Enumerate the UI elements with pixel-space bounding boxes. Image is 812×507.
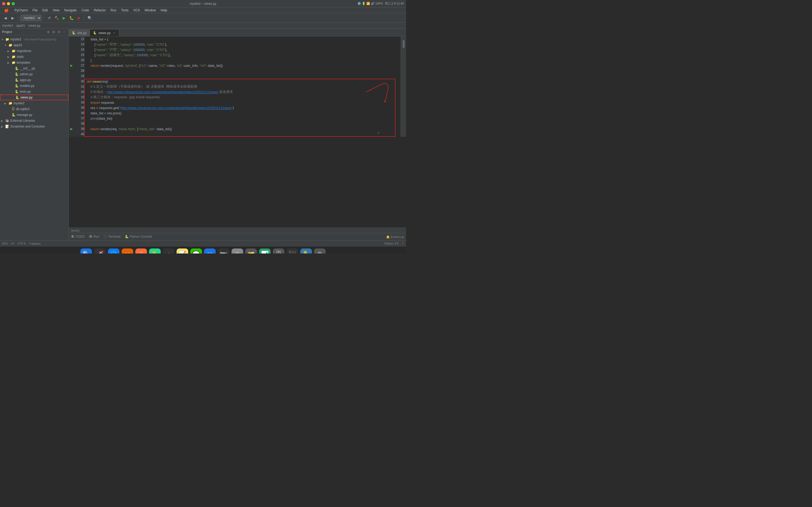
code-editor[interactable]: ▶ ▶ [69, 37, 406, 228]
tree-item-mysite2-sub[interactable]: ▶ 📁 mysite2 [0, 100, 68, 106]
dock-mail[interactable]: ✉ [204, 248, 216, 254]
ln-28: 28 [74, 68, 84, 73]
stop-button[interactable]: ■ [75, 15, 82, 21]
tree-item-models[interactable]: ▶ 🐍 models.py [0, 83, 68, 89]
tree-item-manage[interactable]: ▶ 🐍 manage.py [0, 112, 68, 118]
sidebar-action-close[interactable]: − [62, 30, 66, 34]
dock-photos[interactable]: 📷 [218, 248, 230, 254]
folder-icon: 📁 [8, 43, 12, 47]
dock-trash[interactable]: 🗑 [314, 248, 326, 254]
tab-urls[interactable]: 🐍 urls.py [69, 29, 90, 36]
breadcrumb-views[interactable]: views.py [28, 24, 41, 27]
sidebar-header: Project ⊕ ⊞ ⚙ − [0, 29, 68, 36]
debug-button[interactable]: 🐛 [68, 15, 74, 21]
menu-file[interactable]: File [31, 8, 40, 13]
scratches-icon: 📝 [5, 125, 9, 128]
tree-item-static[interactable]: ▶ 📁 static [0, 54, 68, 60]
tab-close-icon[interactable]: × [112, 31, 116, 35]
maximize-button[interactable] [12, 2, 15, 5]
tab-terminal[interactable]: ⬛ Terminal [104, 233, 120, 240]
apple-menu[interactable]: 🍎 [2, 8, 11, 13]
tab-views[interactable]: 🐍 views.py × [90, 29, 119, 36]
forward-button[interactable]: ▶ [9, 15, 16, 21]
dock-python[interactable]: 🐍 [300, 248, 312, 254]
tab-python-console[interactable]: 🐍 Python Console [125, 233, 152, 240]
menu-refactor[interactable]: Refactor [92, 8, 108, 13]
status-python[interactable]: Python 3.9 [384, 242, 398, 245]
tree-item-views[interactable]: ▶ 🐍 views.py [0, 95, 68, 100]
menu-code[interactable]: Code [79, 8, 91, 13]
tree-item-init[interactable]: ▶ 🐍 __init__.py [0, 65, 68, 71]
dock-files[interactable]: 📁 [245, 248, 257, 254]
event-log-label[interactable]: Event Log [391, 235, 404, 238]
menu-vcs[interactable]: VCS [131, 8, 142, 13]
sidebar-action-layout[interactable]: ⊞ [52, 30, 56, 34]
ln-37: 37 [74, 116, 84, 121]
tree-item-app01[interactable]: ▼ 📁 app01 [0, 42, 68, 48]
sidebar-action-gear[interactable]: ⚙ [57, 30, 61, 34]
search-button[interactable]: 🔍 [87, 15, 93, 21]
tree-item-apps[interactable]: ▶ 🐍 apps.py [0, 77, 68, 83]
arrow-icon: ▶ [7, 50, 11, 53]
dock-settings[interactable]: ⚙ [232, 248, 243, 254]
dock-wechat[interactable]: 💬 [190, 248, 202, 254]
sidebar-title: Project [2, 30, 12, 34]
dock-firefox[interactable]: 🦊 [121, 248, 133, 254]
py-file-icon: 🐍 [12, 113, 15, 117]
menu-view[interactable]: View [50, 8, 62, 13]
tree-item-mysite2-root[interactable]: ▼ 📁 mysite2 ~/PycharmProjects/gx/my [0, 37, 68, 42]
tree-item-scratches[interactable]: ▶ 📝 Scratches and Consoles [0, 124, 68, 129]
menu-run[interactable]: Run [108, 8, 118, 13]
menu-tools[interactable]: Tools [119, 8, 131, 13]
line-numbers: 22 23 24 25 26 27 28 29 30 31 32 33 34 3… [74, 37, 85, 137]
bottom-tabs: 6 TODO 4 Run ⬛ Terminal 🐍 Python Console… [69, 233, 406, 240]
py-file-icon: 🐍 [15, 96, 19, 99]
refresh-button[interactable]: ↺ [46, 15, 52, 21]
menu-edit[interactable]: Edit [40, 8, 50, 13]
tree-item-migrations[interactable]: ▶ 📁 migrations [0, 48, 68, 54]
dock-db[interactable]: 🗄 [273, 248, 285, 254]
menu-navigate[interactable]: Navigate [62, 8, 79, 13]
tab-todo[interactable]: 6 TODO [71, 233, 85, 240]
gutter-24 [69, 47, 74, 52]
sidebar-action-add[interactable]: ⊕ [46, 30, 50, 34]
dock-terminal[interactable]: ⬛ [287, 248, 298, 254]
run-button[interactable]: ▶ [61, 15, 67, 21]
close-button[interactable] [2, 2, 5, 5]
project-selector[interactable]: mysite2 [20, 15, 42, 21]
menu-help[interactable]: Help [159, 8, 169, 13]
menu-window[interactable]: Window [143, 8, 158, 13]
tree-item-templates[interactable]: ▶ 📁 templates [0, 60, 68, 65]
dock-excel[interactable]: 📊 [259, 248, 271, 254]
traffic-lights[interactable] [2, 2, 15, 5]
cursor-indicator: ↗ [377, 131, 379, 135]
gutter-26 [69, 58, 74, 63]
tree-item-admin[interactable]: ▶ 🐍 admin.py [0, 71, 68, 77]
code-content[interactable]: data_list = [ {"name": "郭智", "salary": 1… [85, 37, 401, 137]
status-lf[interactable]: LF [11, 242, 14, 245]
code-line-38 [87, 121, 399, 126]
scrollbar-thumb[interactable] [403, 40, 405, 48]
dock-pycharm[interactable]: 🐍 [149, 248, 161, 254]
build-button[interactable]: 🔨 [53, 15, 60, 21]
dock-font[interactable]: T [135, 248, 147, 254]
menu-pycharm[interactable]: PyCharm [12, 8, 30, 13]
dock-notes[interactable]: 📝 [176, 248, 188, 254]
minimize-button[interactable] [7, 2, 10, 5]
toolbar-sep-2 [44, 15, 44, 20]
breadcrumb-mysite2[interactable]: mysite2 [2, 24, 13, 27]
back-button[interactable]: ◀ [2, 15, 8, 21]
dock-finder[interactable]: 🔍 [80, 248, 92, 254]
breadcrumb-app01[interactable]: app01 [16, 24, 25, 27]
tree-item-tests[interactable]: ▶ 🐍 tests.py [0, 89, 68, 95]
dock-music[interactable]: ♪ [163, 248, 174, 254]
status-indent[interactable]: 4 spaces [29, 242, 41, 245]
dock-launchpad[interactable]: 🚀 [94, 248, 106, 254]
tree-item-db[interactable]: ▶ 🗄 db.sqlite3 [0, 106, 68, 112]
ln-40: 40 [74, 131, 84, 137]
scrollbar-v[interactable] [403, 38, 405, 136]
status-charset[interactable]: UTF-8 [17, 242, 26, 245]
tree-item-external-libs[interactable]: ▶ 📚 External Libraries [0, 118, 68, 124]
tab-run[interactable]: 4 Run [89, 233, 99, 240]
dock-safari[interactable]: 🌐 [108, 248, 119, 254]
